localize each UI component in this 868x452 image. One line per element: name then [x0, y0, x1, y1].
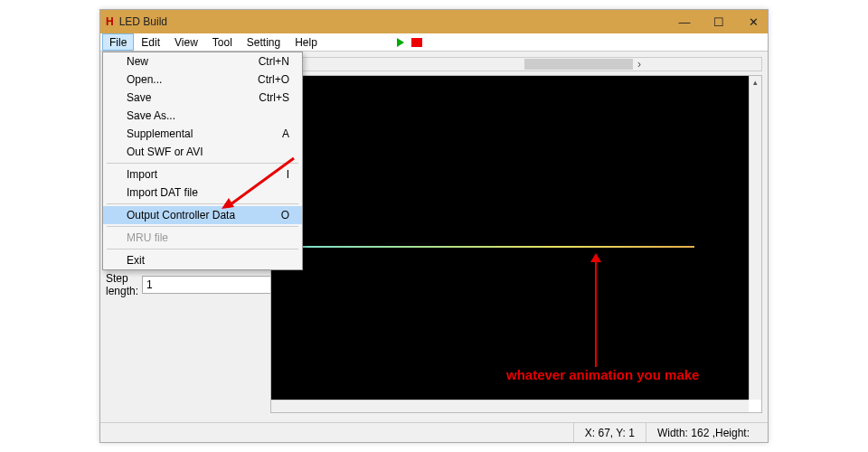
menu-tool[interactable]: Tool — [205, 33, 240, 51]
stop-icon[interactable] — [411, 38, 422, 47]
scroll-up-icon[interactable]: ▴ — [750, 76, 761, 89]
annotation-arrow-icon — [595, 255, 597, 367]
menu-item-import-dat[interactable]: Import DAT file — [103, 184, 302, 202]
status-coords: X: 67, Y: 1 — [573, 423, 646, 442]
menu-edit[interactable]: Edit — [134, 33, 167, 51]
menu-view[interactable]: View — [167, 33, 205, 51]
step-length-row: Step length: — [106, 272, 252, 297]
menubar: File Edit View Tool Setting Help — [100, 33, 768, 52]
step-length-label: Step length: — [106, 272, 142, 297]
menu-file[interactable]: File — [102, 33, 134, 51]
menu-help[interactable]: Help — [288, 33, 325, 51]
statusbar: X: 67, Y: 1 Width: 162 ,Height: — [100, 422, 768, 442]
app-icon: H — [106, 15, 114, 28]
maximize-button[interactable]: ☐ — [710, 15, 728, 29]
menu-item-exit[interactable]: Exit — [103, 251, 302, 269]
status-dimensions: Width: 162 ,Height: — [646, 423, 760, 442]
menu-item-mru-file: MRU file — [103, 229, 302, 247]
titlebar: H LED Build ― ☐ ✕ — [100, 10, 768, 33]
minimize-button[interactable]: ― — [675, 15, 693, 29]
menu-item-supplemental[interactable]: SupplementalA — [103, 125, 302, 143]
menu-item-save-as[interactable]: Save As... — [103, 107, 302, 125]
menu-setting[interactable]: Setting — [240, 33, 288, 51]
window-title: LED Build — [119, 15, 675, 28]
window-controls: ― ☐ ✕ — [675, 15, 762, 29]
menu-item-save[interactable]: SaveCtrl+S — [103, 89, 302, 107]
menu-item-open[interactable]: Open...Ctrl+O — [103, 71, 302, 89]
vertical-scrollbar[interactable]: ▴ — [749, 76, 761, 400]
scrollbar-thumb[interactable] — [524, 59, 633, 70]
menu-separator — [107, 226, 298, 227]
menu-separator — [107, 249, 298, 250]
menu-item-new[interactable]: NewCtrl+N — [103, 52, 302, 71]
file-dropdown: NewCtrl+N Open...Ctrl+O SaveCtrl+S Save … — [102, 52, 303, 270]
annotation-text: whatever animation you make — [506, 367, 699, 382]
menu-item-out-swf-avi[interactable]: Out SWF or AVI — [103, 143, 302, 161]
canvas-frame: whatever animation you make ▴ — [270, 75, 762, 413]
led-strip-preview — [289, 246, 694, 248]
menu-item-import[interactable]: ImportI — [103, 165, 302, 184]
menu-separator — [107, 163, 298, 164]
menu-separator — [107, 203, 298, 204]
menu-item-output-controller-data[interactable]: Output Controller DataO — [103, 206, 302, 224]
body-area: NewCtrl+N Open...Ctrl+O SaveCtrl+S Save … — [100, 52, 768, 422]
step-length-input[interactable] — [142, 276, 287, 294]
play-icon[interactable] — [397, 38, 404, 47]
close-button[interactable]: ✕ — [744, 15, 762, 29]
scroll-right-icon[interactable]: › — [633, 58, 646, 71]
horizontal-scrollbar-bottom[interactable] — [271, 400, 749, 412]
app-window: H LED Build ― ☐ ✕ File Edit View Tool Se… — [99, 9, 769, 443]
preview-canvas[interactable]: whatever animation you make — [271, 76, 749, 400]
horizontal-scrollbar-top[interactable]: › — [270, 57, 762, 71]
